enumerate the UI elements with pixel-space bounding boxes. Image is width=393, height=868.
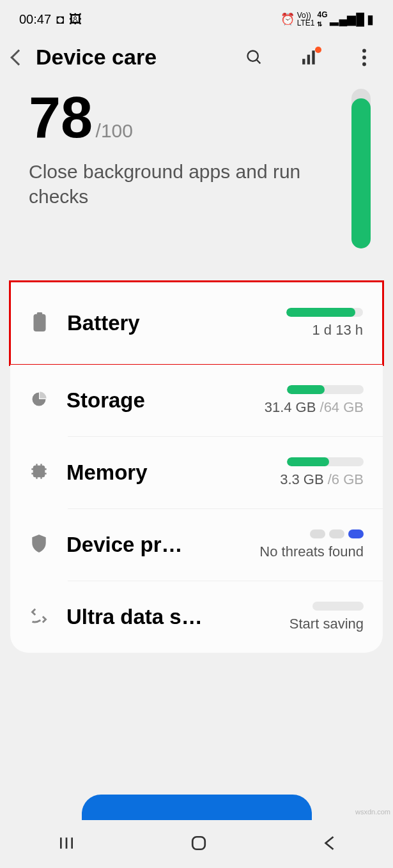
security-value: No threats found [259,544,364,560]
svg-point-7 [362,62,366,66]
memory-icon [29,462,49,483]
security-label: Device pr… [66,533,242,557]
battery-value: 1 d 13 h [286,322,363,339]
page-title: Device care [36,45,233,70]
svg-rect-2 [302,59,305,65]
storage-row[interactable]: Storage 31.4 GB /64 GB [10,365,383,436]
memory-label: Memory [66,461,262,485]
more-button[interactable] [355,49,374,66]
svg-point-0 [248,50,258,61]
data-saving-icon [29,607,49,627]
score-value: 78 [29,86,93,149]
battery-label: Battery [67,311,268,335]
security-row[interactable]: Device pr… No threats found [10,509,383,581]
data-saving-value: Start saving [289,616,364,632]
optimize-button[interactable] [82,795,312,820]
data-bar [312,602,364,611]
score-fill [351,98,371,248]
battery-icon: ▮ [367,11,374,27]
clock: 00:47 [19,12,51,27]
data-saving-label: Ultra data s… [66,605,272,629]
notif-icon: ◘ [56,12,64,27]
network-type: 4G⇅ [317,10,327,28]
memory-row[interactable]: Memory 3.3 GB /6 GB [10,437,383,508]
battery-row[interactable]: Battery 1 d 13 h [11,282,382,364]
svg-rect-3 [307,54,310,64]
storage-bar [287,385,364,394]
lte-icon: LTE1 [297,19,315,27]
signal-icon: ▂▄▆█ [330,12,364,26]
svg-rect-22 [192,837,205,849]
alarm-icon: ⏰ [281,12,295,26]
battery-row-icon [30,312,49,334]
score-subtitle: Close background apps and run checks [29,159,339,209]
header: Device care [0,32,393,89]
svg-rect-4 [312,50,314,65]
score-section: 78 /100 Close background apps and run ch… [0,89,393,280]
image-icon: 🖼 [69,12,82,27]
storage-icon [29,390,49,411]
score-max: /100 [96,120,133,141]
shield-icon [29,534,49,556]
svg-line-1 [257,59,261,63]
device-care-list: Storage 31.4 GB /64 GB Memory 3.3 GB /6 … [10,365,383,653]
memory-value: 3.3 GB /6 GB [280,471,364,488]
recents-button[interactable] [58,835,75,854]
svg-point-6 [362,56,366,59]
status-bar: 00:47 ◘ 🖼 ⏰ Vo)) LTE1 4G⇅ ▂▄▆█ ▮ [0,0,393,32]
battery-bar [286,308,363,317]
score-bar [351,89,371,248]
storage-label: Storage [66,388,247,413]
home-button[interactable] [190,835,207,854]
security-dots [259,529,364,538]
svg-rect-10 [34,466,44,476]
memory-bar [287,457,364,466]
data-saving-row[interactable]: Ultra data s… Start saving [10,581,383,653]
storage-value: 31.4 GB /64 GB [265,399,364,416]
highlight-box: Battery 1 d 13 h [9,280,384,366]
chart-button[interactable] [300,49,319,66]
nav-back-button[interactable] [323,835,335,854]
svg-rect-9 [33,314,45,331]
svg-point-5 [362,49,366,52]
system-navbar [0,820,393,868]
back-button[interactable] [13,52,24,63]
search-button[interactable] [245,49,264,66]
watermark: wsxdn.com [355,808,390,816]
